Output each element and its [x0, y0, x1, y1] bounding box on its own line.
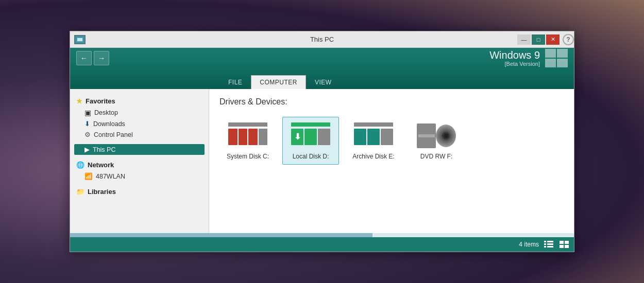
hdd-archive-icon	[354, 122, 393, 149]
titlebar: This PC — □ ✕ ?	[70, 31, 574, 48]
svg-rect-11	[565, 245, 569, 248]
this-pc-label: This PC	[93, 146, 115, 153]
ribbon-tabs: FILE COMPUTER VIEW	[70, 68, 574, 89]
logo-tile-2	[557, 49, 568, 58]
drive-label-f: DVD RW F:	[420, 153, 452, 160]
hdd-body-e	[354, 129, 393, 145]
drive-item-c[interactable]: System Disk C:	[219, 117, 276, 165]
this-pc-section: ▶ This PC	[74, 144, 205, 155]
content-title: Drivers & Devices:	[219, 97, 564, 107]
hdd-strip-e-3	[381, 129, 393, 145]
libraries-header: 📁 Libraries	[74, 186, 205, 198]
main-area: ★ Favorites ▣ Desktop ⬇ Downloads ⚙ Cont…	[70, 89, 574, 233]
wifi-icon: 📶	[84, 172, 93, 180]
tab-file[interactable]: FILE	[219, 75, 251, 89]
network-header: 🌐 Network	[74, 159, 205, 171]
items-count: 4 items	[519, 241, 539, 248]
dvd-drive-icon	[417, 122, 456, 149]
favorites-section: ★ Favorites ▣ Desktop ⬇ Downloads ⚙ Cont…	[74, 95, 205, 140]
drives-grid: System Disk C: ⬇ Lo	[219, 117, 564, 165]
help-button[interactable]: ?	[563, 34, 574, 45]
main-window: This PC — □ ✕ ? ← → Windows 9 [Beta Vers…	[70, 31, 574, 252]
drive-icon-c	[227, 121, 268, 150]
star-icon: ★	[76, 97, 82, 105]
sidebar-item-this-pc[interactable]: ▶ This PC	[74, 144, 205, 155]
network-section: 🌐 Network 📶 487WLAN	[74, 159, 205, 182]
dvd-slot	[418, 134, 435, 137]
sidebar-item-control-panel[interactable]: ⚙ Control Panel	[74, 129, 205, 140]
libraries-section: 📁 Libraries	[74, 186, 205, 198]
control-panel-label: Control Panel	[94, 131, 133, 138]
hdd-system-icon	[228, 122, 267, 149]
titlebar-left	[74, 35, 86, 44]
minimize-button[interactable]: —	[517, 34, 531, 45]
sidebar-item-desktop[interactable]: ▣ Desktop	[74, 107, 205, 118]
close-button[interactable]: ✕	[546, 34, 560, 45]
desktop-icon: ▣	[84, 109, 91, 117]
scrollbar-thumb[interactable]	[70, 233, 372, 237]
libraries-label: Libraries	[88, 188, 116, 196]
drive-label-c: System Disk C:	[227, 153, 269, 160]
forward-button[interactable]: →	[94, 51, 109, 65]
sidebar-item-downloads[interactable]: ⬇ Downloads	[74, 118, 205, 129]
libraries-icon: 📁	[76, 188, 84, 196]
hdd-body-c	[228, 129, 267, 145]
content-area: Drivers & Devices:	[209, 89, 574, 233]
drive-item-f[interactable]: DVD RW F:	[408, 117, 465, 165]
grid-view-icon[interactable]	[558, 240, 570, 249]
horizontal-scrollbar[interactable]	[70, 233, 574, 237]
drive-label-e: Archive Disk E:	[352, 153, 394, 160]
hdd-strip-e-1	[354, 129, 366, 145]
ribbon-top: ← → Windows 9 [Beta Version]	[70, 48, 574, 68]
hdd-strip-d-3	[318, 129, 330, 145]
svg-rect-7	[547, 246, 553, 247]
sidebar-item-wifi[interactable]: 📶 487WLAN	[74, 171, 205, 182]
gear-icon: ⚙	[84, 131, 91, 138]
svg-rect-9	[565, 241, 569, 244]
logo-tile-3	[545, 59, 556, 67]
back-button[interactable]: ←	[76, 51, 92, 65]
brand-title: Windows 9	[489, 49, 540, 61]
logo-tile-1	[545, 49, 556, 58]
list-view-icon[interactable]	[543, 240, 554, 249]
network-icon: 🌐	[76, 161, 84, 169]
drive-icon-e	[353, 121, 394, 150]
drive-icon-f	[416, 121, 457, 150]
windows-logo	[545, 49, 568, 67]
hdd-strip-c-3	[248, 129, 258, 145]
downloads-label: Downloads	[93, 120, 125, 128]
sidebar: ★ Favorites ▣ Desktop ⬇ Downloads ⚙ Cont…	[70, 89, 209, 233]
brand-subtitle: [Beta Version]	[489, 61, 540, 67]
navigation-buttons: ← →	[76, 51, 109, 65]
svg-rect-3	[547, 241, 553, 242]
svg-rect-8	[560, 241, 564, 244]
svg-rect-2	[544, 241, 546, 242]
tab-computer[interactable]: COMPUTER	[251, 75, 306, 90]
svg-rect-5	[547, 243, 553, 245]
dvd-disc	[436, 125, 456, 147]
desktop-label: Desktop	[94, 109, 118, 116]
hdd-strip-c-1	[228, 129, 238, 145]
wifi-label: 487WLAN	[96, 173, 125, 180]
svg-rect-6	[544, 246, 546, 247]
window-icon	[74, 35, 86, 44]
hdd-strip-c-2	[239, 129, 248, 145]
favorites-header: ★ Favorites	[74, 95, 205, 107]
tab-view[interactable]: VIEW	[306, 75, 341, 89]
hdd-strip-d-2	[304, 129, 317, 145]
maximize-button[interactable]: □	[532, 34, 545, 45]
download-icon: ⬇	[84, 120, 90, 128]
drive-item-e[interactable]: Archive Disk E:	[345, 117, 402, 165]
ribbon-area: ← → Windows 9 [Beta Version] FILE COMPUT…	[70, 48, 574, 89]
window-title: This PC	[310, 36, 334, 43]
statusbar: 4 items	[70, 237, 574, 252]
hdd-top-e	[354, 122, 393, 127]
favorites-label: Favorites	[86, 97, 115, 105]
window-controls: — □ ✕ ?	[517, 34, 574, 45]
hdd-body-d: ⬇	[291, 129, 330, 145]
hdd-top-c	[228, 122, 267, 127]
brand-text: Windows 9 [Beta Version]	[489, 49, 540, 67]
drive-item-d[interactable]: ⬇ Local Disk D:	[282, 117, 339, 165]
hdd-local-icon: ⬇	[291, 122, 330, 149]
network-label: Network	[88, 161, 114, 169]
